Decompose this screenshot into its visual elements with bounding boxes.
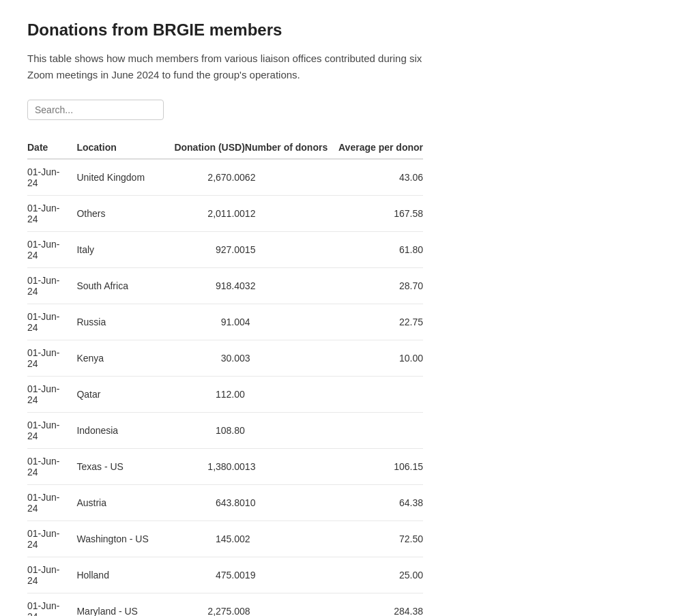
cell-location: Texas - US (76, 449, 167, 485)
cell-location: Russia (76, 304, 167, 340)
cell-donation: 30.00 (167, 340, 245, 377)
header-donors: Number of donors (245, 136, 336, 159)
search-input[interactable] (27, 100, 164, 120)
cell-avg: 25.00 (336, 557, 423, 593)
cell-donors: 3 (245, 340, 336, 377)
cell-location: Austria (76, 485, 167, 521)
cell-date: 01-Jun-24 (27, 377, 76, 413)
cell-donors: 12 (245, 196, 336, 232)
header-date: Date (27, 136, 76, 159)
cell-donation: 2,275.00 (167, 593, 245, 617)
cell-donation: 1,380.00 (167, 449, 245, 485)
cell-avg: 61.80 (336, 232, 423, 268)
cell-date: 01-Jun-24 (27, 593, 76, 617)
cell-avg: 10.00 (336, 340, 423, 377)
cell-donors: 19 (245, 557, 336, 593)
cell-avg: 43.06 (336, 159, 423, 196)
cell-date: 01-Jun-24 (27, 196, 76, 232)
cell-date: 01-Jun-24 (27, 340, 76, 377)
cell-donation: 475.00 (167, 557, 245, 593)
donations-table: Date Location Donation (USD) Number of d… (27, 136, 423, 616)
search-container (27, 100, 669, 120)
cell-location: South Africa (76, 268, 167, 304)
cell-location: Kenya (76, 340, 167, 377)
table-row: 01-Jun-24Maryland - US2,275.008284.38 (27, 593, 423, 617)
cell-location: United Kingdom (76, 159, 167, 196)
cell-date: 01-Jun-24 (27, 485, 76, 521)
table-row: 01-Jun-24Holland475.001925.00 (27, 557, 423, 593)
cell-location: Others (76, 196, 167, 232)
cell-donation: 643.80 (167, 485, 245, 521)
cell-location: Holland (76, 557, 167, 593)
cell-donation: 112.00 (167, 377, 245, 413)
cell-donors: 13 (245, 449, 336, 485)
header-avg: Average per donor (336, 136, 423, 159)
cell-donors: 62 (245, 159, 336, 196)
table-row: 01-Jun-24South Africa918.403228.70 (27, 268, 423, 304)
page-title: Donations from BRGIE members (27, 20, 669, 40)
cell-donation: 918.40 (167, 268, 245, 304)
cell-avg: 167.58 (336, 196, 423, 232)
cell-location: Qatar (76, 377, 167, 413)
header-location: Location (76, 136, 167, 159)
cell-avg (336, 413, 423, 449)
cell-donation: 91.00 (167, 304, 245, 340)
cell-avg: 106.15 (336, 449, 423, 485)
table-row: 01-Jun-24Italy927.001561.80 (27, 232, 423, 268)
cell-location: Italy (76, 232, 167, 268)
cell-donors: 4 (245, 304, 336, 340)
cell-date: 01-Jun-24 (27, 268, 76, 304)
table-row: 01-Jun-24Qatar112.00 (27, 377, 423, 413)
cell-donors: 10 (245, 485, 336, 521)
cell-date: 01-Jun-24 (27, 413, 76, 449)
description: This table shows how much members from v… (27, 50, 437, 83)
table-header-row: Date Location Donation (USD) Number of d… (27, 136, 423, 159)
cell-donation: 2,670.00 (167, 159, 245, 196)
cell-date: 01-Jun-24 (27, 449, 76, 485)
table-row: 01-Jun-24Kenya30.00310.00 (27, 340, 423, 377)
cell-date: 01-Jun-24 (27, 521, 76, 557)
cell-location: Maryland - US (76, 593, 167, 617)
cell-donors: 32 (245, 268, 336, 304)
cell-avg (336, 377, 423, 413)
cell-donation: 2,011.00 (167, 196, 245, 232)
table-row: 01-Jun-24Others2,011.0012167.58 (27, 196, 423, 232)
cell-donation: 927.00 (167, 232, 245, 268)
table-row: 01-Jun-24Austria643.801064.38 (27, 485, 423, 521)
cell-donation: 108.80 (167, 413, 245, 449)
cell-donors (245, 413, 336, 449)
cell-date: 01-Jun-24 (27, 159, 76, 196)
cell-avg: 284.38 (336, 593, 423, 617)
table-row: 01-Jun-24Washington - US145.00272.50 (27, 521, 423, 557)
table-row: 01-Jun-24Indonesia108.80 (27, 413, 423, 449)
table-row: 01-Jun-24United Kingdom2,670.006243.06 (27, 159, 423, 196)
cell-donors: 8 (245, 593, 336, 617)
cell-avg: 22.75 (336, 304, 423, 340)
cell-donation: 145.00 (167, 521, 245, 557)
header-donation: Donation (USD) (167, 136, 245, 159)
table-row: 01-Jun-24Texas - US1,380.0013106.15 (27, 449, 423, 485)
cell-avg: 28.70 (336, 268, 423, 304)
cell-donors: 2 (245, 521, 336, 557)
cell-donors (245, 377, 336, 413)
cell-avg: 64.38 (336, 485, 423, 521)
cell-avg: 72.50 (336, 521, 423, 557)
cell-donors: 15 (245, 232, 336, 268)
cell-date: 01-Jun-24 (27, 304, 76, 340)
table-row: 01-Jun-24Russia91.00422.75 (27, 304, 423, 340)
cell-location: Indonesia (76, 413, 167, 449)
cell-location: Washington - US (76, 521, 167, 557)
cell-date: 01-Jun-24 (27, 557, 76, 593)
cell-date: 01-Jun-24 (27, 232, 76, 268)
